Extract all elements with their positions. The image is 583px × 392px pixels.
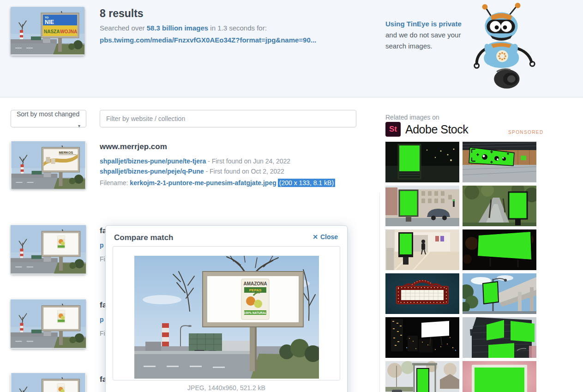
result-path-link[interactable]: shpalljet/biznes-pune/pune/te-tjera <box>100 157 206 165</box>
stock-thumbnail-mall-kiosk[interactable] <box>385 229 459 270</box>
privacy-note: Using TinEye is private and we do not sa… <box>385 18 473 52</box>
result-thumbnail-4[interactable] <box>11 373 86 392</box>
filter-input[interactable] <box>100 110 356 127</box>
modal-image-panel: AMAZONA PEPAS 100% NATURAL <box>113 246 340 380</box>
stock-thumbnail-bus-shelter[interactable] <box>385 361 459 392</box>
svg-text:NIE: NIE <box>45 19 54 25</box>
result-filename-line: Filename: kerkojm-2-1-puntore-me-punesim… <box>100 179 377 187</box>
result-thumbnail-1[interactable]: MERKOS <box>11 141 86 189</box>
stock-thumbnail-tree-path[interactable] <box>463 186 536 226</box>
stock-thumbnail-retro-marquee[interactable] <box>385 273 459 314</box>
related-images-label: Related images on <box>385 114 439 121</box>
modal-title: Compare match <box>114 233 173 242</box>
first-found-text: - First found on Jun 24, 2022 <box>206 157 290 165</box>
search-summary: 8 results Searched over 58.3 billion ima… <box>100 7 377 44</box>
svg-text:WOJNA: WOJNA <box>60 29 77 34</box>
adobe-stock-wordmark[interactable]: Adobe Stock <box>405 123 468 136</box>
filename-link[interactable]: kerkojm-2-1-puntore-me-punesim-afatgjate… <box>130 179 276 187</box>
sort-dropdown[interactable]: Sort by most changed ▾ <box>11 110 86 127</box>
svg-text:NASZA: NASZA <box>44 29 60 34</box>
compare-match-modal: Compare match ✕Close <box>105 225 348 392</box>
search-stats-prefix: Searched over <box>100 24 147 32</box>
svg-text:AMAZONA: AMAZONA <box>243 281 267 286</box>
search-stats-suffix: in 1.3 seconds for: <box>208 24 267 32</box>
stock-thumbnail-monorail-sign[interactable] <box>463 273 536 314</box>
modal-header: Compare match ✕Close <box>106 226 347 246</box>
filename-label: Fi <box>100 255 105 263</box>
results-column-divider <box>379 193 380 392</box>
matched-image-meta: JPEG, 1440x960, 521.2 kB <box>106 384 347 392</box>
privacy-text-line3: search images. <box>385 41 473 52</box>
result-row-1: www.merrjep.com shpalljet/biznes-pune/pu… <box>100 142 377 187</box>
query-billboard-scene: TO NIE NASZA WOJNA <box>11 7 84 54</box>
tineye-results-page: TO NIE NASZA WOJNA 8 results Searched ov… <box>0 0 583 392</box>
privacy-link[interactable]: Using TinEye is private <box>385 20 462 28</box>
results-count: 8 results <box>100 7 377 20</box>
stock-thumbnail-dark-billboard[interactable] <box>463 229 536 270</box>
result-path-link[interactable]: p <box>100 241 104 249</box>
stock-thumbnail-building-greenscreens[interactable] <box>463 317 536 358</box>
svg-text:PEPAS: PEPAS <box>249 288 261 292</box>
header: TO NIE NASZA WOJNA 8 results Searched ov… <box>0 0 583 97</box>
filename-label: Filename: <box>100 179 130 187</box>
svg-text:MERKOS: MERKOS <box>59 151 73 154</box>
query-image-thumbnail[interactable]: TO NIE NASZA WOJNA <box>11 7 84 55</box>
result-match-line: shpalljet/biznes-pune/peje/q-Pune - Firs… <box>100 168 377 175</box>
stock-thumbnail-city-citylight[interactable] <box>385 186 459 226</box>
modal-close-button[interactable]: ✕Close <box>313 233 338 241</box>
modal-close-label: Close <box>320 233 338 241</box>
sponsored-badge: SPONSORED <box>508 130 544 135</box>
filename-label: Fi <box>100 330 105 337</box>
filesize-highlight: (200 x 133, 8.1 kB) <box>278 179 335 187</box>
privacy-text-line2: and we do not save your <box>385 30 473 41</box>
stock-thumbnail-pink-room-screen[interactable] <box>463 361 536 392</box>
result-path-link[interactable]: shpalljet/biznes-pune/peje/q-Pune <box>100 168 204 175</box>
caret-down-icon: ▾ <box>78 118 80 134</box>
tineye-robot-mascot <box>463 2 541 94</box>
stock-thumbnail-walkway-chroma[interactable] <box>463 142 536 182</box>
billion-images-link[interactable]: 58.3 billion images <box>147 24 208 32</box>
svg-text:100% NATURAL: 100% NATURAL <box>244 311 266 314</box>
close-icon: ✕ <box>313 233 318 241</box>
result-path-link[interactable]: p <box>100 316 104 323</box>
result-thumbnail-3[interactable] <box>11 299 86 349</box>
search-stats: Searched over 58.3 billion images in 1.3… <box>100 24 377 32</box>
result-thumbnail-2[interactable] <box>11 224 86 274</box>
query-url-link[interactable]: pbs.twimg.com/media/FnzxvfGX0AEo34Z?form… <box>100 36 316 44</box>
stock-thumbnail-night-white-billboard[interactable] <box>385 317 459 358</box>
result-domain: www.merrjep.com <box>100 142 377 151</box>
first-found-text: - First found on Oct 2, 2022 <box>204 168 284 175</box>
sort-dropdown-label: Sort by most changed <box>17 110 79 118</box>
matched-image-preview[interactable]: AMAZONA PEPAS 100% NATURAL <box>134 256 319 379</box>
stock-thumbnail-night-busstop[interactable] <box>385 142 459 182</box>
result-match-line: shpalljet/biznes-pune/pune/te-tjera - Fi… <box>100 157 377 165</box>
adobe-stock-logo-icon[interactable]: St <box>385 122 401 137</box>
amazona-pack: AMAZONA PEPAS 100% NATURAL <box>241 279 269 320</box>
